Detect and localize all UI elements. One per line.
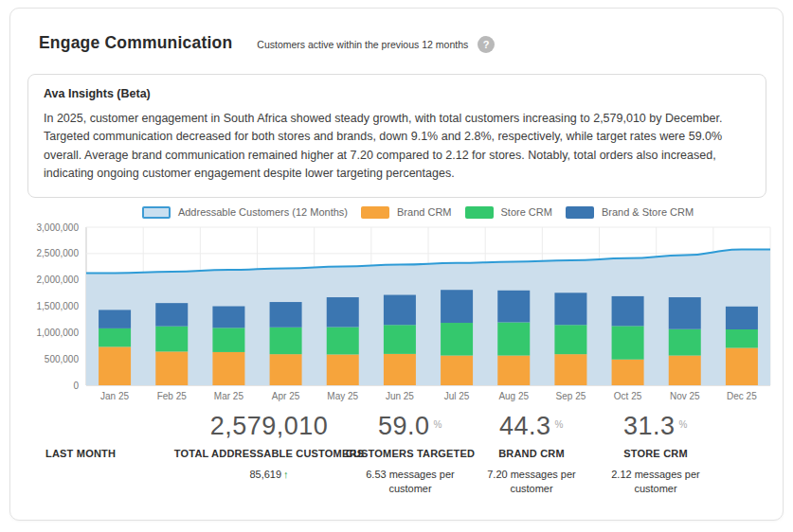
insights-body: In 2025, customer engagement in South Af… (44, 110, 750, 184)
svg-text:Mar 25: Mar 25 (214, 391, 244, 401)
stat-store-crm: 31.3% STORE CRM 2.12 messages per custom… (561, 412, 750, 498)
stat-value: 44.3 (499, 412, 551, 440)
svg-text:2,000,000: 2,000,000 (37, 275, 80, 285)
legend-label: Brand CRM (397, 206, 451, 218)
svg-text:Nov 25: Nov 25 (670, 391, 700, 401)
ava-insights-panel: Ava Insights (Beta) In 2025, customer en… (27, 74, 766, 198)
legend-item-addressable[interactable]: Addressable Customers (12 Months) (142, 206, 348, 219)
svg-text:Jun 25: Jun 25 (386, 391, 414, 401)
insights-title: Ava Insights (Beta) (44, 87, 750, 100)
svg-text:Feb 25: Feb 25 (157, 391, 188, 401)
stat-value: 59.0 (378, 412, 430, 440)
area-swatch-icon (142, 206, 171, 219)
svg-text:1,000,000: 1,000,000 (37, 327, 80, 337)
legend-item-store-crm[interactable]: Store CRM (465, 206, 552, 219)
brand-store-crm-swatch-icon (566, 206, 594, 219)
engage-communication-card: Engage Communication Customers active wi… (9, 8, 784, 521)
engagement-chart[interactable]: 0500,0001,000,0001,500,0002,000,0002,500… (29, 221, 784, 406)
stat-value: 31.3 (623, 412, 676, 440)
help-icon[interactable]: ? (478, 36, 495, 53)
legend-label: Brand & Store CRM (602, 206, 694, 218)
svg-text:3,000,000: 3,000,000 (37, 222, 80, 232)
svg-text:0: 0 (73, 380, 79, 390)
svg-text:Sep 25: Sep 25 (556, 391, 586, 401)
legend-item-brand-crm[interactable]: Brand CRM (361, 206, 451, 219)
svg-text:May 25: May 25 (327, 391, 358, 401)
percent-unit: % (679, 419, 688, 430)
svg-text:Aug 25: Aug 25 (498, 391, 529, 401)
svg-text:Oct 25: Oct 25 (614, 391, 642, 401)
stats-row: LAST MONTH 2,579,010 TOTAL ADDRESSABLE C… (10, 412, 783, 503)
svg-text:500,000: 500,000 (45, 353, 80, 364)
chart-legend: Addressable Customers (12 Months) Brand … (67, 206, 768, 219)
brand-crm-swatch-icon (361, 206, 389, 219)
stat-label: LAST MONTH (36, 448, 150, 459)
up-arrow-icon: ↑ (283, 469, 289, 480)
stat-last-month: LAST MONTH (36, 412, 150, 459)
header: Engage Communication Customers active wi… (10, 9, 783, 53)
svg-text:Dec 25: Dec 25 (727, 391, 757, 401)
svg-text:Apr 25: Apr 25 (272, 391, 300, 401)
chart-section: Addressable Customers (12 Months) Brand … (10, 198, 783, 510)
svg-text:2,500,000: 2,500,000 (37, 248, 80, 258)
legend-item-brand-store-crm[interactable]: Brand & Store CRM (566, 206, 694, 219)
store-crm-swatch-icon (465, 206, 494, 219)
header-subtitle: Customers active within the previous 12 … (257, 39, 468, 50)
svg-text:1,500,000: 1,500,000 (37, 301, 80, 311)
legend-label: Addressable Customers (12 Months) (178, 206, 348, 218)
page-title: Engage Communication (39, 33, 232, 53)
svg-text:Jan 25: Jan 25 (100, 391, 129, 401)
legend-label: Store CRM (501, 206, 552, 218)
stat-sub: 2.12 messages per customer (594, 468, 717, 498)
stat-label: STORE CRM (561, 448, 750, 459)
svg-text:Jul 25: Jul 25 (444, 391, 470, 401)
